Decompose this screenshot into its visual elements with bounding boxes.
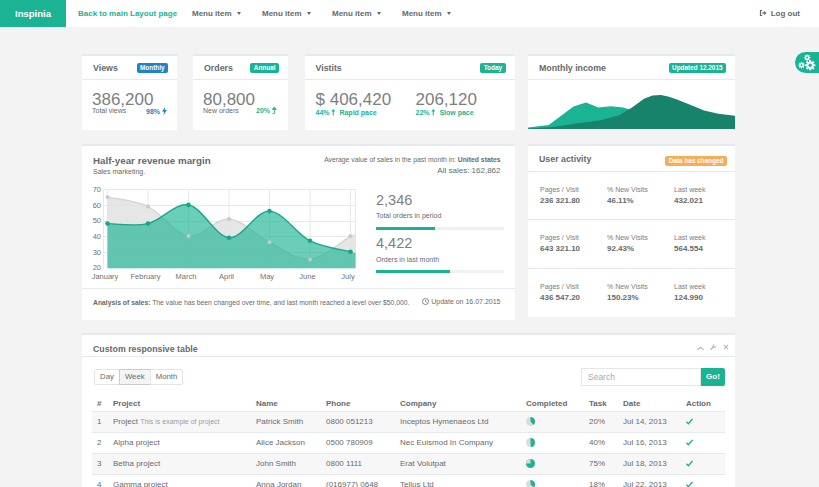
svg-text:April: April <box>219 272 234 281</box>
svg-text:60: 60 <box>93 200 101 209</box>
svg-text:January: January <box>92 272 119 281</box>
svg-text:May: May <box>260 272 274 281</box>
svg-text:20: 20 <box>93 263 101 272</box>
svg-text:February: February <box>130 272 160 281</box>
svg-text:40: 40 <box>93 232 101 241</box>
svg-text:March: March <box>176 272 197 281</box>
svg-text:July: July <box>341 272 355 281</box>
svg-text:50: 50 <box>93 216 101 225</box>
svg-text:30: 30 <box>93 247 101 256</box>
svg-text:June: June <box>299 272 315 281</box>
svg-text:70: 70 <box>93 185 101 194</box>
